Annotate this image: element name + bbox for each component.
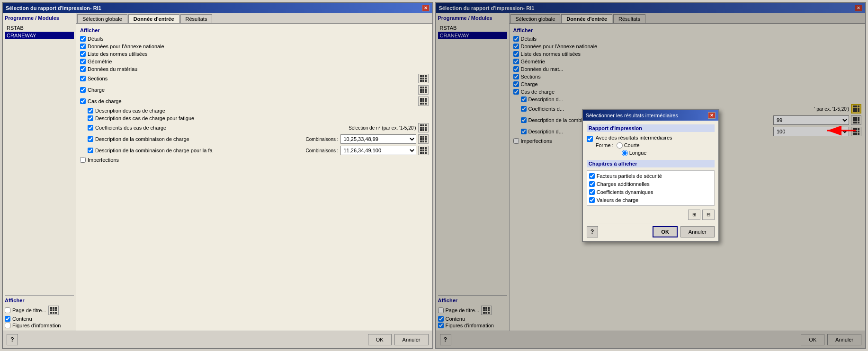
cb-imperfections-1[interactable]: Imperfections	[80, 156, 429, 164]
cb-coeff-cas-1[interactable]: Coefficients des cas de charge Sélection…	[88, 122, 429, 133]
chapitres-checkboxes: Facteurs partiels de sécurité Charges ad…	[587, 170, 715, 206]
help-button-1[interactable]: ?	[7, 334, 18, 345]
modal-bottom-icons: ⊞ ⊟	[587, 210, 715, 220]
cas-charge-icon-1[interactable]	[418, 97, 429, 106]
grid-icon-sections-1	[420, 75, 427, 82]
modal-title-bar: Sélectionner les résultats intermédiaire…	[583, 110, 718, 121]
checkbox-figures-1[interactable]: Figures d'information	[5, 322, 74, 329]
combinaisons-label2-1: Combinaisons :	[306, 148, 339, 153]
checkbox-figures-label-1: Figures d'information	[12, 323, 61, 328]
courte-radio-row[interactable]: Courte	[617, 142, 640, 149]
cb-materiau-1[interactable]: Données du matériau	[80, 65, 429, 73]
dialog-body-1: Programme / Modules RSTAB CRANEWAY Affic…	[3, 13, 432, 331]
coeff-icon-1[interactable]	[418, 123, 429, 132]
cb-annexe-1[interactable]: Données pour l'Annexe nationale	[80, 43, 429, 50]
chapitres-section-header: Chapitres à afficher	[587, 160, 715, 167]
combo2-icon-1[interactable]	[418, 146, 429, 155]
cb-valeurs-charge[interactable]: Valeurs de charge	[589, 197, 712, 203]
left-panel-header-1: Programme / Modules	[5, 15, 74, 22]
forme-group: Forme : Courte	[596, 142, 672, 149]
selection-label-1: Sélection de n° (par ex. '1-5,20')	[349, 125, 416, 131]
longue-radio[interactable]	[622, 150, 628, 156]
modal-body: Rapport d'impression Avec des résultats …	[583, 121, 718, 241]
tab-content-1: Afficher Détails Données pour l'Annexe n…	[76, 24, 432, 331]
modal-ok-button[interactable]: OK	[653, 226, 678, 237]
red-arrow-indicator	[823, 116, 860, 145]
checkbox-contenu-label-1: Contenu	[12, 316, 32, 322]
tab-selection-globale-1[interactable]: Sélection globale	[77, 14, 127, 23]
grid-icon-coeff-1	[420, 124, 427, 131]
rapport-section-header: Rapport d'impression	[587, 124, 715, 132]
avec-results-row: Avec des résultats intermédiaires Forme …	[587, 135, 715, 156]
sections-icon-1[interactable]	[418, 74, 429, 83]
left-panel-bottom-1: Afficher Page de titre... Contenu	[5, 295, 74, 329]
grid-icon-cas-charge-1	[420, 98, 427, 105]
title-bar-text-1: Sélection du rapport d'impression- RI1	[6, 5, 101, 11]
annuler-button-1[interactable]: Annuler	[394, 334, 429, 345]
modal-help-button[interactable]: ?	[587, 226, 598, 237]
cb-coeff-dyn[interactable]: Coefficients dynamiques	[589, 189, 712, 195]
combo1-select-1[interactable]: 10,25,33,48,99	[340, 134, 416, 144]
modal-action-row: ? OK Annuler	[587, 223, 715, 237]
ok-button-1[interactable]: OK	[368, 334, 392, 345]
modal-icon-btn-2[interactable]: ⊟	[702, 210, 715, 220]
cb-cas-charge-1[interactable]: Cas de charge	[80, 96, 429, 107]
cb-geometrie-1[interactable]: Géométrie	[80, 58, 429, 65]
cb-normes-1[interactable]: Liste des normes utilisées	[80, 50, 429, 58]
avec-results-checkbox[interactable]	[587, 136, 593, 142]
title-bar-1: Sélection du rapport d'impression- RI1 ✕	[3, 3, 432, 13]
courte-radio[interactable]	[617, 142, 623, 149]
checkbox-page-titre-input-1[interactable]	[5, 307, 10, 313]
grid-icon-charge-1	[420, 87, 427, 93]
cb-desc-cas-fatigue-1[interactable]: Description des cas de charge pour fatig…	[88, 114, 429, 122]
avec-results-label: Avec des résultats intermédiaires	[596, 135, 672, 140]
afficher-header-bottom-1: Afficher	[5, 298, 74, 303]
cb-charge-1[interactable]: Charge	[80, 84, 429, 96]
modal-close-button[interactable]: ✕	[708, 112, 716, 119]
checkbox-contenu-input-1[interactable]	[5, 316, 10, 322]
checkbox-figures-input-1[interactable]	[5, 323, 10, 328]
bottom-bar-1: ? OK Annuler	[3, 331, 432, 348]
combo1-icon-1[interactable]	[418, 134, 429, 144]
modal-overlay: Sélectionner les résultats intermédiaire…	[436, 3, 866, 348]
modal-dialog: Sélectionner les résultats intermédiaire…	[582, 109, 719, 242]
modal-annuler-button[interactable]: Annuler	[680, 226, 715, 237]
cb-desc-combi-1[interactable]: Description de la combinaison de charge …	[88, 133, 429, 145]
rapport-section: Avec des résultats intermédiaires Forme …	[587, 135, 715, 156]
dialog-window-1: Sélection du rapport d'impression- RI1 ✕…	[2, 2, 433, 349]
longue-group: Longue	[622, 150, 672, 156]
longue-label: Longue	[629, 150, 647, 156]
cb-details-1[interactable]: Détails	[80, 35, 429, 43]
tab-resultats-1[interactable]: Résultats	[180, 14, 213, 23]
dialog-window-2: Sélection du rapport d'impression- RI1 ✕…	[435, 2, 867, 349]
modal-title-text: Sélectionner les résultats intermédiaire…	[586, 113, 678, 118]
sidebar-item-craneway-1[interactable]: CRANEWAY	[5, 32, 74, 39]
courte-label: Courte	[624, 142, 640, 148]
charge-icon-1[interactable]	[418, 85, 429, 95]
forme-label: Forme :	[596, 142, 614, 148]
grid-icon-1	[50, 307, 57, 314]
checkbox-contenu-1[interactable]: Contenu	[5, 316, 74, 322]
page-titre-icon-btn-1[interactable]	[48, 306, 59, 315]
left-panel-1: Programme / Modules RSTAB CRANEWAY Affic…	[3, 13, 76, 331]
tab-donnee-entree-1[interactable]: Donnée d'entrée	[128, 14, 179, 23]
close-button-1[interactable]: ✕	[422, 5, 430, 11]
cb-desc-combi-fa-1[interactable]: Description de la combinaison de charge …	[88, 145, 429, 156]
cb-charges-add[interactable]: Charges additionnelles	[589, 181, 712, 187]
cb-facteurs[interactable]: Facteurs partiels de sécurité	[589, 173, 712, 179]
checkbox-page-titre-label-1: Page de titre...	[12, 307, 46, 313]
longue-radio-row[interactable]: Longue	[622, 150, 647, 156]
combo2-select-1[interactable]: 11,26,34,49,100	[340, 146, 416, 155]
checkbox-page-titre-1[interactable]: Page de titre...	[5, 305, 74, 316]
cb-desc-cas-1[interactable]: Description des cas de charge	[88, 107, 429, 114]
sidebar-item-rstab-1[interactable]: RSTAB	[5, 24, 74, 32]
combinaisons-label-1: Combinaisons :	[306, 137, 339, 142]
modal-icon-btn-1[interactable]: ⊞	[688, 210, 700, 220]
cb-sections-1[interactable]: Sections	[80, 73, 429, 84]
right-panel-1: Sélection globale Donnée d'entrée Résult…	[76, 13, 432, 331]
tabs-1: Sélection globale Donnée d'entrée Résult…	[76, 13, 432, 24]
afficher-section-header-1: Afficher	[80, 27, 429, 33]
